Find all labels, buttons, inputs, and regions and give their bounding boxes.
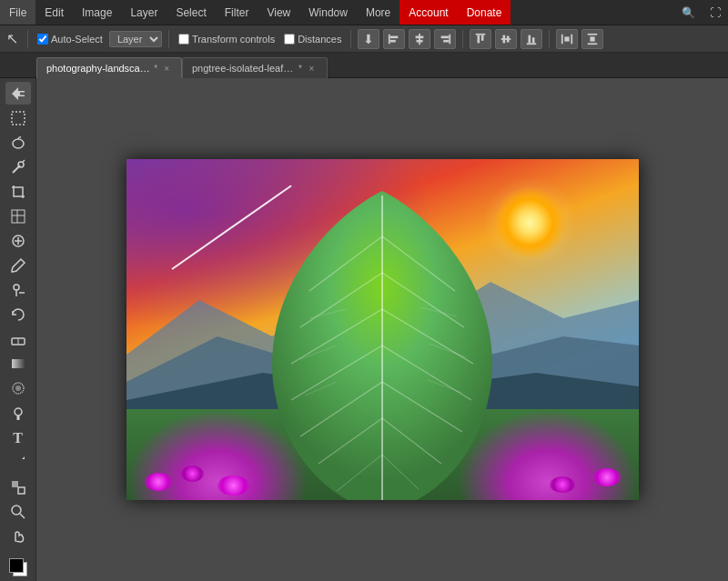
text-tool-btn[interactable]: T <box>5 426 31 449</box>
svg-rect-14 <box>507 35 510 42</box>
search-icon[interactable]: 🔍 <box>674 0 703 25</box>
menu-select[interactable]: Select <box>167 0 215 25</box>
transform-controls-checkbox[interactable] <box>178 34 189 45</box>
svg-rect-43 <box>12 481 18 487</box>
svg-point-41 <box>15 408 22 416</box>
brush-tool-btn[interactable] <box>5 255 31 277</box>
menubar: File Edit Image Layer Select Filter View… <box>0 0 728 25</box>
align-right-btn[interactable] <box>434 29 456 49</box>
marquee-rect-tool-btn[interactable] <box>5 106 31 129</box>
distribute-h-btn[interactable] <box>556 29 578 49</box>
svg-rect-10 <box>478 35 480 43</box>
heal-tool-btn[interactable] <box>5 229 31 252</box>
menu-file[interactable]: File <box>0 0 35 25</box>
crop-tool-btn[interactable] <box>5 180 31 203</box>
menu-edit[interactable]: Edit <box>35 0 73 25</box>
svg-point-35 <box>14 285 19 290</box>
tab-0-close[interactable]: × <box>161 62 172 75</box>
align-middle-btn[interactable] <box>495 29 517 49</box>
color-swatches[interactable] <box>5 558 31 581</box>
eraser-tool-btn[interactable] <box>5 328 31 351</box>
svg-rect-8 <box>444 39 450 42</box>
svg-rect-1 <box>390 35 399 38</box>
transform-controls-group[interactable]: Transform controls <box>176 34 278 45</box>
auto-select-checkbox-group[interactable]: Auto-Select <box>35 34 106 45</box>
tab-0-modified: * <box>154 64 157 74</box>
main-area: T <box>0 78 728 581</box>
toolbar: ↖ Auto-Select Layer Transform controls D… <box>0 25 728 53</box>
svg-rect-17 <box>532 37 535 43</box>
toolbar-sep-4 <box>462 30 463 48</box>
toolbar-sep-5 <box>549 30 550 48</box>
svg-rect-16 <box>529 35 531 43</box>
svg-point-40 <box>15 386 21 391</box>
align-center-h-btn[interactable] <box>409 29 430 49</box>
move-tool-btn[interactable] <box>5 82 31 105</box>
canvas-area[interactable] <box>36 78 728 581</box>
gradient-tool-btn[interactable] <box>5 353 31 376</box>
align-download-btn[interactable]: ⬇ <box>358 29 379 49</box>
tab-1-close[interactable]: × <box>306 62 318 75</box>
tab-0[interactable]: photography-landscape-a… * × <box>36 57 182 78</box>
menu-donate[interactable]: Donate <box>458 0 511 25</box>
align-top-btn[interactable] <box>470 29 491 49</box>
dodge-tool-btn[interactable] <box>5 402 31 425</box>
svg-rect-21 <box>588 33 598 35</box>
menu-window[interactable]: Window <box>299 0 357 25</box>
svg-rect-38 <box>12 359 25 368</box>
tabbar: photography-landscape-a… * × pngtree-iso… <box>0 53 728 78</box>
auto-select-checkbox[interactable] <box>37 34 48 45</box>
fullscreen-icon[interactable]: ⛶ <box>703 0 728 25</box>
menu-account[interactable]: Account <box>399 0 457 25</box>
hand-tool-btn[interactable] <box>5 525 31 547</box>
lasso-tool-btn[interactable] <box>5 131 31 154</box>
distances-label: Distances <box>298 34 341 45</box>
blur-tool-btn[interactable] <box>5 377 31 400</box>
menu-layer[interactable]: Layer <box>121 0 167 25</box>
menu-view[interactable]: View <box>258 0 299 25</box>
svg-point-27 <box>18 162 24 167</box>
canvas-image <box>126 159 639 500</box>
svg-rect-23 <box>591 36 595 41</box>
menu-image[interactable]: Image <box>73 0 121 25</box>
menu-filter[interactable]: Filter <box>216 0 258 25</box>
tab-1[interactable]: pngtree-isolated-leaf-p… * × <box>182 57 328 78</box>
history-brush-tool-btn[interactable] <box>5 304 31 326</box>
shape-tool-btn[interactable] <box>5 476 31 498</box>
move-tool-indicator: ↖ <box>4 30 21 47</box>
leaf-overlay <box>255 182 510 500</box>
align-left-btn[interactable] <box>383 29 405 49</box>
align-bottom-btn[interactable] <box>521 29 542 49</box>
toolbar-sep-3 <box>350 30 351 48</box>
tab-1-name: pngtree-isolated-leaf-p… <box>192 63 295 74</box>
foreground-color-swatch[interactable] <box>9 558 24 573</box>
menu-more[interactable]: More <box>357 0 399 25</box>
clone-stamp-tool-btn[interactable] <box>5 279 31 302</box>
svg-line-28 <box>23 160 25 162</box>
tab-1-modified: * <box>298 64 302 74</box>
svg-rect-4 <box>416 35 424 38</box>
leaf-svg <box>255 182 510 500</box>
layer-dropdown[interactable]: Layer <box>109 31 162 47</box>
svg-rect-0 <box>389 34 390 44</box>
pen-tool-btn[interactable] <box>5 451 31 474</box>
svg-rect-2 <box>390 39 396 42</box>
slice-tool-btn[interactable] <box>5 205 31 227</box>
svg-rect-15 <box>527 43 537 45</box>
flower-5 <box>550 476 575 493</box>
distances-group[interactable]: Distances <box>281 34 344 45</box>
svg-rect-22 <box>588 43 598 45</box>
distances-checkbox[interactable] <box>284 34 295 45</box>
toolbar-sep-2 <box>168 30 169 48</box>
zoom-tool-btn[interactable] <box>5 500 31 523</box>
svg-point-25 <box>13 139 24 148</box>
magic-wand-tool-btn[interactable] <box>5 155 31 178</box>
svg-line-46 <box>20 514 25 518</box>
svg-rect-9 <box>476 33 486 35</box>
svg-rect-11 <box>481 35 484 40</box>
tab-0-name: photography-landscape-a… <box>46 63 150 74</box>
distribute-v-btn[interactable] <box>581 29 603 49</box>
flower-4 <box>593 468 621 486</box>
flower-2 <box>181 466 204 482</box>
svg-rect-24 <box>12 112 25 125</box>
